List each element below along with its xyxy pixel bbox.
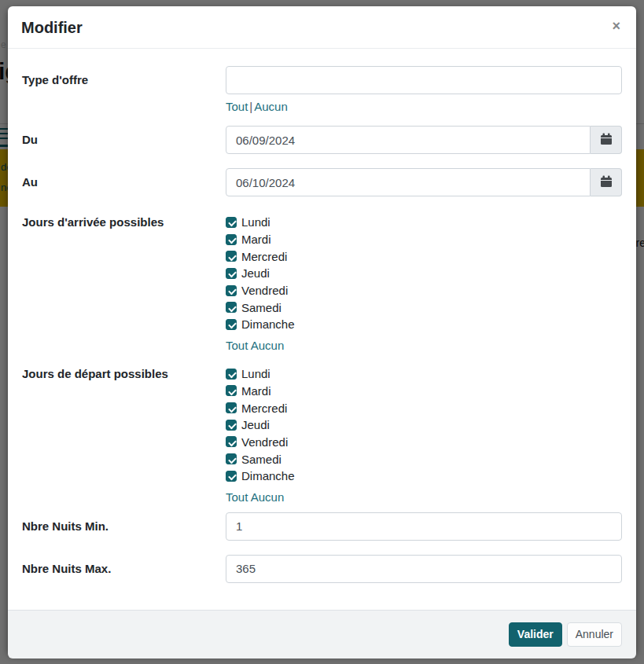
- select-all-link[interactable]: Tout: [226, 490, 248, 504]
- day-checkbox-label: Mardi: [241, 233, 271, 246]
- day-checkbox[interactable]: [226, 385, 237, 396]
- date-from-row: Du: [22, 126, 622, 154]
- min-nights-input[interactable]: [226, 512, 622, 541]
- day-checkbox-row: Lundi: [226, 365, 622, 383]
- day-checkbox-label: Samedi: [241, 301, 282, 314]
- select-none-link[interactable]: Aucun: [254, 100, 288, 113]
- day-checkbox-label: Mardi: [241, 384, 271, 398]
- day-checkbox[interactable]: [226, 234, 237, 245]
- close-icon[interactable]: ×: [612, 19, 620, 33]
- day-checkbox-label: Vendredi: [241, 284, 288, 297]
- day-checkbox[interactable]: [226, 471, 237, 482]
- min-nights-label: Nbre Nuits Min.: [22, 512, 226, 541]
- day-checkbox-row: Dimanche: [226, 316, 622, 333]
- edit-offer-modal: Modifier × Type d'offre Tout|Aucun Du: [8, 6, 636, 654]
- day-checkbox-label: Lundi: [241, 367, 270, 380]
- offer-type-links: Tout|Aucun: [226, 98, 622, 116]
- calendar-icon: [600, 133, 613, 148]
- date-from-calendar-button[interactable]: [591, 126, 622, 154]
- arrival-days-row: Jours d'arrivée possibles Lundi Mardi: [22, 214, 622, 354]
- arrival-days-links: Tout Aucun: [226, 337, 622, 354]
- offer-type-row: Type d'offre Tout|Aucun: [22, 66, 622, 116]
- day-checkbox-row: Mercredi: [226, 399, 622, 416]
- day-checkbox[interactable]: [226, 369, 237, 380]
- day-checkbox-row: Dimanche: [226, 468, 622, 485]
- day-checkbox-label: Lundi: [241, 215, 270, 229]
- arrival-days-list: Lundi Mardi Mercredi: [226, 214, 622, 333]
- day-checkbox[interactable]: [226, 268, 237, 279]
- day-checkbox[interactable]: [226, 402, 237, 413]
- date-to-row: Au: [22, 168, 622, 196]
- select-none-link[interactable]: Aucun: [251, 339, 285, 352]
- validate-button[interactable]: Valider: [509, 622, 562, 647]
- day-checkbox-row: Mercredi: [226, 248, 622, 265]
- max-nights-row: Nbre Nuits Max.: [22, 555, 622, 583]
- day-checkbox[interactable]: [226, 420, 237, 431]
- offer-type-label: Type d'offre: [22, 66, 226, 116]
- calendar-icon: [600, 175, 613, 190]
- day-checkbox-row: Jeudi: [226, 265, 622, 282]
- day-checkbox-label: Dimanche: [241, 469, 295, 482]
- modal-footer: Valider Annuler: [8, 610, 636, 658]
- day-checkbox-row: Jeudi: [226, 416, 622, 434]
- day-checkbox-row: Mardi: [226, 231, 622, 248]
- day-checkbox-row: Samedi: [226, 450, 622, 468]
- select-none-link[interactable]: Aucun: [251, 490, 285, 504]
- day-checkbox-label: Mercredi: [241, 250, 287, 263]
- day-checkbox-row: Samedi: [226, 299, 622, 316]
- day-checkbox-row: Lundi: [226, 214, 622, 231]
- day-checkbox-label: Vendredi: [241, 435, 288, 449]
- day-checkbox-row: Vendredi: [226, 282, 622, 299]
- modal-title: Modifier: [21, 17, 622, 39]
- day-checkbox[interactable]: [226, 453, 237, 464]
- max-nights-input[interactable]: [226, 555, 622, 583]
- day-checkbox[interactable]: [226, 285, 237, 296]
- select-all-link[interactable]: Tout: [226, 339, 248, 352]
- day-checkbox-label: Samedi: [241, 453, 282, 466]
- cancel-button[interactable]: Annuler: [567, 622, 622, 647]
- offer-type-input[interactable]: [226, 66, 622, 94]
- arrival-days-label: Jours d'arrivée possibles: [22, 214, 226, 354]
- day-checkbox[interactable]: [226, 319, 237, 330]
- date-to-input[interactable]: [226, 168, 591, 196]
- day-checkbox-label: Mercredi: [241, 402, 287, 415]
- day-checkbox[interactable]: [226, 251, 237, 262]
- departure-days-list: Lundi Mardi Mercredi: [226, 365, 622, 485]
- modal-body: Type d'offre Tout|Aucun Du: [8, 49, 636, 583]
- date-from-input[interactable]: [226, 126, 591, 154]
- max-nights-label: Nbre Nuits Max.: [22, 555, 226, 583]
- departure-days-links: Tout Aucun: [226, 489, 622, 506]
- select-all-link[interactable]: Tout: [226, 100, 248, 113]
- modal-header: Modifier ×: [8, 6, 636, 49]
- min-nights-row: Nbre Nuits Min.: [22, 512, 622, 541]
- departure-days-label: Jours de départ possibles: [22, 365, 226, 506]
- day-checkbox-label: Dimanche: [241, 317, 295, 331]
- day-checkbox-row: Vendredi: [226, 434, 622, 451]
- departure-days-row: Jours de départ possibles Lundi Mardi: [22, 365, 622, 506]
- day-checkbox[interactable]: [226, 302, 237, 313]
- date-to-label: Au: [22, 168, 226, 196]
- day-checkbox[interactable]: [226, 436, 237, 447]
- day-checkbox-row: Mardi: [226, 383, 622, 400]
- date-from-label: Du: [22, 126, 226, 154]
- day-checkbox[interactable]: [226, 217, 237, 228]
- day-checkbox-label: Jeudi: [241, 418, 270, 431]
- day-checkbox-label: Jeudi: [241, 266, 270, 280]
- date-to-calendar-button[interactable]: [591, 168, 622, 196]
